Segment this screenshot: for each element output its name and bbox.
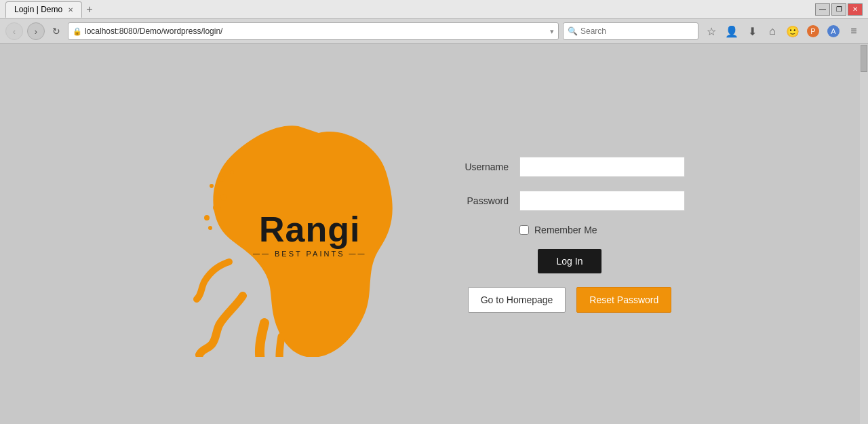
forward-button[interactable]: › — [27, 22, 45, 40]
svg-point-7 — [220, 194, 227, 201]
page-content: Rangi BEST PAINTS Username Password Reme… — [0, 44, 868, 424]
address-icon: 🔒 — [73, 27, 82, 36]
password-input[interactable] — [519, 191, 685, 211]
login-button[interactable]: Log In — [538, 249, 602, 273]
username-label: Username — [454, 161, 509, 172]
dropdown-icon: ▾ — [550, 27, 554, 36]
remember-me-row: Remember Me — [454, 225, 685, 235]
back-icon: ‹ — [13, 26, 16, 37]
forward-icon: › — [35, 26, 37, 37]
emoji-icon[interactable]: 🙂 — [784, 22, 802, 40]
reset-password-button[interactable]: Reset Password — [576, 287, 671, 313]
home-icon[interactable]: ⌂ — [764, 22, 781, 40]
maximize-button[interactable]: ❐ — [831, 3, 846, 16]
svg-point-5 — [204, 215, 210, 220]
svg-text:A: A — [831, 27, 836, 35]
login-button-row: Log In — [454, 249, 685, 273]
logo-tagline: BEST PAINTS — [253, 250, 367, 258]
tab-title: Login | Demo — [14, 5, 62, 14]
addon-icon2[interactable]: A — [825, 22, 842, 40]
more-icon[interactable]: ≡ — [845, 22, 863, 40]
maximize-icon: ❐ — [836, 5, 842, 13]
password-field: Password — [454, 191, 685, 211]
address-bar-container[interactable]: 🔒 ▾ — [68, 22, 559, 40]
scrollbar[interactable] — [860, 44, 868, 424]
toolbar-icons: ☆ 👤 ⬇ ⌂ 🙂 P A ≡ — [703, 22, 863, 40]
svg-point-8 — [210, 184, 214, 188]
search-icon: 🔍 — [568, 26, 578, 36]
username-field: Username — [454, 157, 685, 177]
minimize-button[interactable]: — — [815, 3, 830, 16]
addon-icon1[interactable]: P — [804, 22, 822, 40]
bottom-links: Go to Homepage Reset Password — [454, 287, 685, 313]
active-tab[interactable]: Login | Demo ✕ — [5, 1, 82, 18]
back-button[interactable]: ‹ — [5, 22, 23, 40]
search-input[interactable] — [580, 26, 694, 36]
svg-text:P: P — [810, 27, 815, 35]
refresh-button[interactable]: ↻ — [49, 24, 64, 39]
svg-point-9 — [220, 176, 225, 182]
browser-chrome: Login | Demo ✕ + — ❐ ✕ ‹ › ↻ — [0, 0, 868, 44]
window-controls: — ❐ ✕ — [815, 3, 868, 16]
brand-name: Rangi — [253, 212, 367, 247]
new-tab-button[interactable]: + — [82, 3, 96, 16]
nav-bar: ‹ › ↻ 🔒 ▾ 🔍 ☆ 👤 ⬇ ⌂ 🙂 P A — [0, 19, 868, 43]
tab-strip: Login | Demo ✕ + — [0, 1, 97, 18]
password-label: Password — [454, 195, 509, 206]
scrollbar-thumb[interactable] — [861, 45, 867, 72]
account-icon[interactable]: 👤 — [723, 22, 741, 40]
username-input[interactable] — [519, 157, 685, 177]
address-input[interactable] — [85, 26, 547, 36]
svg-point-10 — [230, 170, 234, 174]
close-icon: ✕ — [852, 5, 858, 13]
remember-me-label[interactable]: Remember Me — [534, 225, 597, 235]
login-container: Rangi BEST PAINTS Username Password Reme… — [129, 113, 739, 357]
logo-text: Rangi BEST PAINTS — [253, 212, 367, 258]
refresh-icon: ↻ — [52, 26, 60, 37]
bookmark-icon[interactable]: ☆ — [703, 22, 720, 40]
search-container[interactable]: 🔍 — [563, 22, 698, 40]
login-form: Username Password Remember Me Log In Go … — [454, 157, 685, 313]
go-to-homepage-button[interactable]: Go to Homepage — [468, 287, 566, 313]
download-icon[interactable]: ⬇ — [743, 22, 761, 40]
close-button[interactable]: ✕ — [848, 3, 863, 16]
svg-point-4 — [213, 204, 221, 212]
remember-me-checkbox[interactable] — [519, 225, 529, 235]
title-bar: Login | Demo ✕ + — ❐ ✕ — [0, 0, 868, 19]
logo-section: Rangi BEST PAINTS — [183, 113, 414, 357]
minimize-icon: — — [819, 5, 826, 13]
tab-close-icon[interactable]: ✕ — [68, 6, 73, 14]
svg-point-6 — [208, 226, 212, 230]
